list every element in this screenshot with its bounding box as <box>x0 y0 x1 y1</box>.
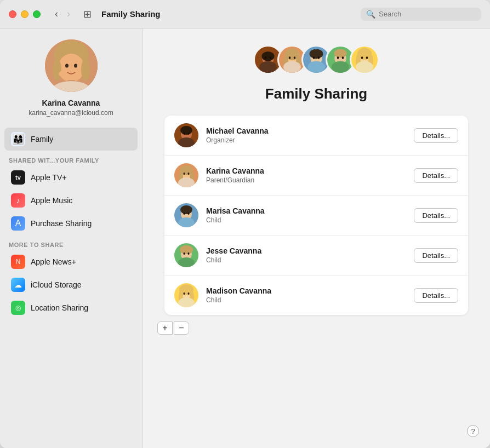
member-name-2: Karina Cavanna <box>206 166 406 175</box>
member-avatar-4 <box>174 243 198 267</box>
sidebar-item-applenews[interactable]: N Apple News+ <box>4 250 138 273</box>
sidebar-label-applenews: Apple News+ <box>31 257 76 266</box>
location-icon: ◎ <box>11 301 25 315</box>
nav-buttons: ‹ › <box>52 7 73 21</box>
svg-point-29 <box>313 56 315 59</box>
details-button-3[interactable]: Details... <box>414 208 458 223</box>
details-button-4[interactable]: Details... <box>414 248 458 263</box>
svg-point-23 <box>289 56 291 59</box>
svg-point-44 <box>366 56 368 59</box>
svg-point-30 <box>318 56 320 59</box>
main-content: Karina Cavanna karina_cavanna@icloud.com… <box>0 28 490 448</box>
member-role-3: Child <box>206 216 406 224</box>
sidebar-label-applemusic: Apple Music <box>31 196 72 205</box>
back-button[interactable]: ‹ <box>52 7 61 21</box>
member-name-1: Michael Cavanna <box>206 127 406 135</box>
member-name-4: Jesse Cavanna <box>206 246 406 255</box>
help-button[interactable]: ? <box>467 425 479 437</box>
member-info-5: Madison Cavanna Child <box>206 286 406 304</box>
members-list: Michael Cavanna Organizer Details... <box>164 116 468 315</box>
svg-point-16 <box>270 56 272 59</box>
member-avatar-1 <box>174 123 198 147</box>
sidebar-label-icloud: iCloud Storage <box>31 280 82 289</box>
bottom-controls: + − <box>157 321 189 335</box>
sidebar-label-appletv: Apple TV+ <box>31 173 67 182</box>
member-info-2: Karina Cavanna Parent/Guardian <box>206 166 406 184</box>
svg-point-27 <box>310 49 323 59</box>
member-role-1: Organizer <box>206 136 406 144</box>
svg-point-36 <box>342 56 344 59</box>
svg-point-3 <box>58 54 84 82</box>
svg-point-77 <box>184 292 185 295</box>
member-avatar-5 <box>174 283 198 307</box>
svg-point-42 <box>356 61 373 73</box>
svg-point-4 <box>65 64 69 68</box>
svg-point-57 <box>184 173 185 175</box>
profile-name: Karina Cavanna <box>42 99 100 107</box>
profile-avatar <box>45 39 98 92</box>
more-section-label: MORE TO SHARE <box>0 235 142 250</box>
sidebar-item-appletv[interactable]: tv Apple TV+ <box>4 166 138 189</box>
svg-point-35 <box>337 56 339 59</box>
member-name-5: Madison Cavanna <box>206 286 406 295</box>
member-row: Marisa Cavanna Child Details... <box>164 196 468 236</box>
member-row: Karina Cavanna Parent/Guardian Details..… <box>164 156 468 196</box>
member-row: Michael Cavanna Organizer Details... <box>164 116 468 156</box>
member-row: Jesse Cavanna Child Details... <box>164 236 468 275</box>
sidebar-label-location: Location Sharing <box>31 303 88 312</box>
member-avatar-3 <box>174 203 198 227</box>
sidebar-nav-section: 👨‍👩‍👧 Family <box>0 128 142 151</box>
search-input[interactable] <box>379 10 476 18</box>
svg-point-61 <box>180 205 192 214</box>
sidebar-item-applemusic[interactable]: ♪ Apple Music <box>4 189 138 212</box>
window-title: Family Sharing <box>101 9 354 19</box>
member-info-1: Michael Cavanna Organizer <box>206 127 406 144</box>
sidebar-label-purchasesharing: Purchase Sharing <box>31 219 92 228</box>
svg-point-64 <box>188 212 190 215</box>
svg-point-22 <box>283 61 301 73</box>
svg-point-67 <box>180 245 193 254</box>
search-bar[interactable]: 🔍 <box>361 8 481 21</box>
profile-email: karina_cavanna@icloud.com <box>29 109 113 117</box>
svg-point-15 <box>265 56 267 59</box>
shared-section-label: SHARED WIT...YOUR FAMILY <box>0 151 142 166</box>
appletv-icon: tv <box>11 170 25 185</box>
search-icon: 🔍 <box>366 10 375 19</box>
details-button-2[interactable]: Details... <box>414 168 458 183</box>
details-button-5[interactable]: Details... <box>414 288 458 303</box>
member-avatar-2 <box>174 163 198 187</box>
right-panel: Family Sharing <box>143 28 490 448</box>
sidebar-item-location[interactable]: ◎ Location Sharing <box>4 296 138 319</box>
member-role-5: Child <box>206 296 406 304</box>
minimize-button[interactable] <box>21 10 29 18</box>
svg-point-70 <box>188 252 190 255</box>
profile-avatar-svg <box>45 39 98 92</box>
grid-view-button[interactable]: ⊞ <box>80 7 95 21</box>
sidebar-item-purchasesharing[interactable]: A Purchase Sharing <box>4 212 138 235</box>
sidebar-item-icloud[interactable]: ☁ iCloud Storage <box>4 273 138 296</box>
close-button[interactable] <box>9 10 16 18</box>
applemusic-icon: ♪ <box>11 193 25 208</box>
svg-point-49 <box>184 133 185 135</box>
family-avatars <box>253 45 379 74</box>
sidebar-item-family-label: Family <box>31 135 53 143</box>
remove-member-button[interactable]: − <box>174 321 189 335</box>
member-info-3: Marisa Cavanna Child <box>206 206 406 224</box>
svg-point-63 <box>184 212 185 215</box>
more-items-section: N Apple News+ ☁ iCloud Storage ◎ Locatio… <box>0 250 142 319</box>
app-window: ‹ › ⊞ Family Sharing 🔍 <box>0 0 490 448</box>
applenews-icon: N <box>11 255 25 269</box>
svg-point-43 <box>361 56 363 59</box>
purchasesharing-icon: A <box>11 216 25 231</box>
sidebar-item-family[interactable]: 👨‍👩‍👧 Family <box>4 128 138 151</box>
svg-point-24 <box>294 56 296 59</box>
panel-title: Family Sharing <box>265 85 367 102</box>
title-bar: ‹ › ⊞ Family Sharing 🔍 <box>0 0 490 28</box>
fullscreen-button[interactable] <box>33 10 41 18</box>
details-button-1[interactable]: Details... <box>414 128 458 143</box>
svg-point-13 <box>261 51 274 61</box>
add-member-button[interactable]: + <box>157 321 173 335</box>
forward-button[interactable]: › <box>64 7 73 21</box>
traffic-lights <box>9 10 41 18</box>
member-name-3: Marisa Cavanna <box>206 206 406 215</box>
